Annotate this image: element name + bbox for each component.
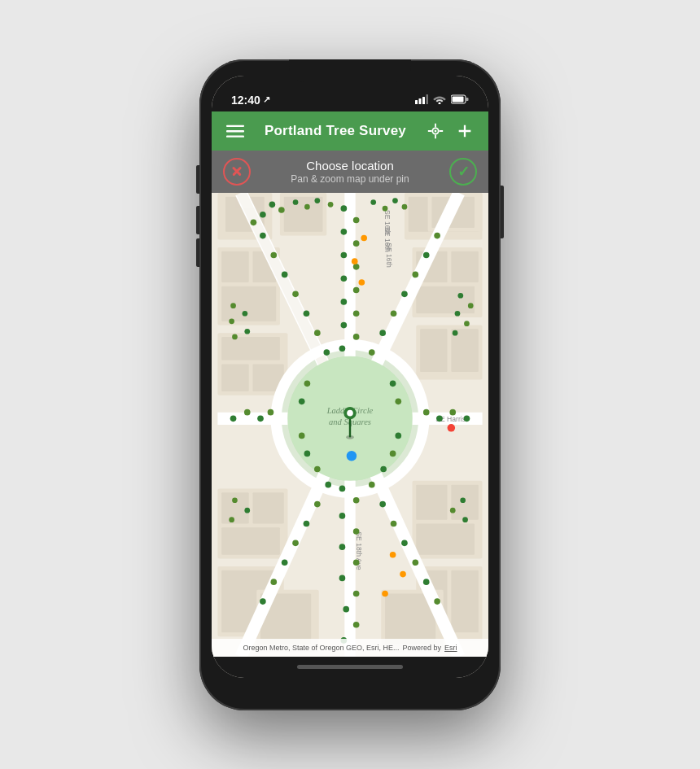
svg-point-185 [468,303,474,308]
confirm-button[interactable]: ✓ [449,158,477,186]
svg-point-120 [314,500,321,507]
svg-point-141 [353,334,360,340]
svg-point-117 [282,559,288,566]
svg-point-172 [380,465,387,472]
svg-point-107 [230,415,237,422]
svg-point-160 [448,424,456,432]
svg-point-93 [260,232,266,238]
svg-point-149 [353,240,360,247]
svg-point-84 [251,219,257,225]
svg-rect-45 [252,492,283,523]
svg-point-106 [369,349,375,356]
svg-point-137 [343,605,349,612]
direction-arrow: ↗ [263,94,270,105]
svg-point-121 [325,481,331,487]
svg-point-169 [395,398,401,404]
svg-point-108 [244,409,251,415]
svg-point-102 [413,271,419,277]
svg-point-114 [423,409,430,415]
svg-point-90 [383,205,388,211]
svg-point-115 [260,598,266,605]
svg-rect-38 [451,251,478,282]
svg-point-157 [400,570,406,577]
svg-point-191 [450,507,456,513]
svg-point-152 [341,205,348,212]
svg-point-138 [353,621,360,627]
svg-point-151 [353,216,360,223]
svg-point-87 [314,198,320,203]
svg-point-119 [304,520,310,527]
svg-point-130 [353,496,360,503]
svg-rect-51 [451,484,478,519]
svg-point-166 [304,450,311,457]
svg-point-133 [339,544,346,550]
svg-point-158 [382,590,388,596]
home-bar [297,665,403,669]
phone-frame: 12:40 ↗ [199,59,501,710]
svg-point-171 [390,450,396,457]
attribution-text: Oregon Metro, State of Oregon GEO, Esri,… [243,644,399,652]
svg-point-134 [353,559,360,566]
svg-text:SE 16th: SE 16th [385,242,393,268]
svg-point-103 [401,291,408,297]
svg-point-105 [379,330,386,336]
svg-point-86 [304,203,310,209]
nav-bar: Portland Tree Survey [212,111,488,151]
svg-point-89 [370,199,376,205]
svg-rect-2 [422,97,425,104]
svg-point-104 [391,310,397,317]
svg-point-92 [402,203,408,209]
svg-point-123 [423,579,430,585]
svg-point-145 [353,286,360,293]
esri-link[interactable]: Esri [444,644,457,652]
time-display: 12:40 [231,94,260,107]
svg-point-183 [464,321,470,326]
svg-point-110 [268,409,274,415]
svg-point-167 [314,465,321,472]
svg-rect-0 [415,100,418,104]
svg-rect-1 [419,98,422,104]
map-container[interactable]: Ladd's Circle and Squares SE 16th SE 16t… [212,193,488,657]
svg-point-162 [347,451,357,461]
svg-rect-52 [416,523,475,554]
svg-point-190 [460,497,466,503]
svg-point-91 [392,198,398,203]
svg-rect-55 [451,570,478,632]
svg-point-143 [353,310,360,317]
svg-point-184 [455,310,461,316]
svg-point-100 [434,232,440,238]
svg-point-136 [353,590,360,596]
svg-point-147 [353,264,360,270]
svg-point-182 [453,330,458,335]
svg-point-153 [361,234,367,241]
svg-rect-6 [453,96,464,102]
cancel-button[interactable] [223,158,251,186]
svg-point-170 [395,432,401,439]
svg-rect-46 [221,527,280,554]
locate-button[interactable] [427,122,444,140]
svg-point-118 [292,540,299,546]
powered-by-text: Powered by [403,644,442,652]
svg-rect-9 [226,135,244,137]
phone-screen: 12:40 ↗ [212,76,488,678]
location-subtitle: Pan & zoom map under pin [251,173,449,185]
svg-point-82 [278,207,285,213]
menu-button[interactable] [226,122,244,140]
svg-point-140 [339,345,346,352]
svg-point-187 [232,497,238,503]
svg-rect-34 [221,364,248,391]
add-button[interactable] [456,122,474,140]
svg-point-131 [339,513,346,519]
svg-point-142 [341,321,348,328]
svg-point-150 [341,228,348,234]
svg-point-129 [339,485,346,492]
location-bar: Choose location Pan & zoom map under pin… [212,151,488,193]
svg-point-144 [341,299,348,305]
status-icons [415,94,469,107]
location-title: Choose location [251,159,449,173]
wifi-icon [433,94,446,107]
svg-rect-41 [420,329,447,372]
svg-point-146 [341,275,348,282]
svg-rect-7 [226,125,244,126]
svg-point-180 [243,310,248,316]
